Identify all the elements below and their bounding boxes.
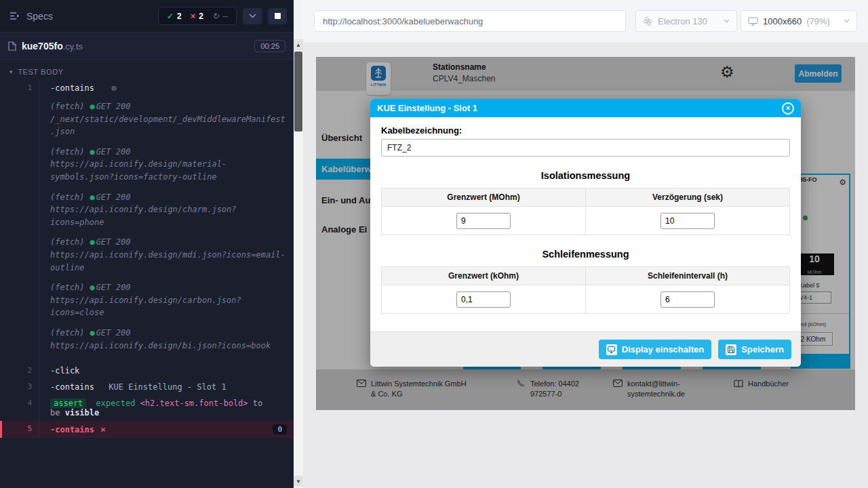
fetch-url: https://api.iconify.design/carbon.json?i… <box>50 294 287 319</box>
scrollbar-thumb[interactable] <box>294 52 302 131</box>
fetch-log: (fetch)●GET 200 https://api.iconify.desi… <box>50 146 287 184</box>
display-on-button[interactable]: Display einschalten <box>599 340 711 359</box>
stage-topbar: Electron 130 1000x660 (79%) <box>303 0 868 42</box>
modal-title: KUE Einstellung - Slot 1 <box>377 103 477 113</box>
modal-header: KUE Einstellung - Slot 1 × <box>370 99 801 117</box>
url-input[interactable] <box>314 10 626 32</box>
stop-button[interactable] <box>268 8 287 24</box>
isolation-section-title: Isolationsmessung <box>381 170 790 181</box>
assert-visible: visible <box>65 408 100 418</box>
failing-command-row[interactable]: 5 -contains × 0 <box>0 421 294 438</box>
cable-designation-input[interactable] <box>381 139 790 157</box>
close-icon[interactable]: × <box>782 102 794 115</box>
isolation-limit-input[interactable] <box>456 213 511 229</box>
cross-icon: × <box>191 11 196 21</box>
fail-cross-icon: × <box>100 424 106 434</box>
runner-header: Specs ✓ 2 × 2 ↻ -- <box>0 0 294 33</box>
stat-failed: × 2 <box>191 11 203 21</box>
modal-footer: Display einschalten Speichern <box>370 331 801 367</box>
chevron-down-icon <box>724 19 730 23</box>
loop-limit-input[interactable] <box>456 291 511 308</box>
modal-body: Kabelbezeichnung: Isolationsmessung Gren… <box>370 117 801 314</box>
assert-badge: assert <box>50 399 86 408</box>
loop-interval-input[interactable] <box>660 291 715 308</box>
fetch-url: https://api.iconify.design/material-symb… <box>50 158 287 183</box>
command-log: 1 -contains ⚙ (fetch)●GET 200 /_next/sta… <box>0 80 294 438</box>
command-number: 1 <box>2 80 39 363</box>
specs-menu[interactable]: Specs <box>9 11 53 22</box>
command-name: -contains <box>50 83 94 93</box>
spec-ext: .cy.ts <box>63 41 83 52</box>
browser-select[interactable]: Electron 130 <box>635 10 737 32</box>
chevron-down-icon <box>249 14 256 18</box>
command-number: 3 <box>2 379 39 395</box>
status-dot-icon: ● <box>90 283 95 292</box>
command-number: 2 <box>2 363 39 379</box>
status-dot-icon: ● <box>90 328 95 338</box>
loop-section-title: Schleifenmessung <box>381 249 790 260</box>
fetch-log: (fetch)●GET 200 /_next/static/developmen… <box>50 100 287 138</box>
isolation-delay-input[interactable] <box>660 213 715 229</box>
specs-label: Specs <box>26 11 53 22</box>
kue-settings-modal: KUE Einstellung - Slot 1 × Kabelbezeichn… <box>370 99 801 367</box>
fetch-url: https://api.iconify.design/bi.json?icons… <box>50 340 287 352</box>
command-name: -contains <box>50 382 94 392</box>
status-dot-icon: ● <box>90 192 95 202</box>
fetch-url: https://api.iconify.design/mdi.json?icon… <box>50 249 287 274</box>
cypress-runner: Specs ✓ 2 × 2 ↻ -- <box>0 0 294 488</box>
runner-scrollbar[interactable]: ▲ ▼ <box>294 0 303 488</box>
spec-name: kue705fo <box>22 41 63 52</box>
check-icon: ✓ <box>167 12 174 21</box>
scroll-down-icon[interactable]: ▼ <box>294 476 303 487</box>
test-body-section[interactable]: ▾ TEST BODY <box>0 60 294 80</box>
command-row[interactable]: 2 -click <box>0 363 294 379</box>
refresh-icon: ↻ <box>212 12 219 21</box>
spec-row[interactable]: kue705fo.cy.ts 00:25 <box>0 33 294 60</box>
test-body-label: TEST BODY <box>18 68 64 76</box>
save-floppy-icon <box>726 344 736 355</box>
viewport-select[interactable]: 1000x660 (79%) <box>741 10 857 32</box>
fetch-url: /_next/static/development/_devMiddleware… <box>50 113 287 138</box>
status-dot-icon: ● <box>90 237 95 247</box>
command-number: 5 <box>2 421 39 438</box>
col-header: Schleifenintervall (h) <box>586 267 790 285</box>
spec-file-icon <box>8 41 16 51</box>
app-viewport: Stationsname CPLV4_Maschen ⚙ Abmelden LI… <box>316 57 855 410</box>
col-header: Grenzwert (kOhm) <box>382 267 586 285</box>
stage-body: Stationsname CPLV4_Maschen ⚙ Abmelden LI… <box>303 42 868 488</box>
scroll-up-icon[interactable]: ▲ <box>294 39 303 50</box>
col-header: Grenzwert (MOhm) <box>382 188 586 207</box>
assert-row[interactable]: 4 assert expected <h2.text-sm.font-bold>… <box>0 395 294 421</box>
command-row[interactable]: 1 -contains ⚙ (fetch)●GET 200 /_next/sta… <box>0 80 294 363</box>
fetch-log: (fetch)●GET 200 https://api.iconify.desi… <box>50 236 287 274</box>
stat-pending: ↻ -- <box>212 12 228 21</box>
fetch-log: (fetch)●GET 200 https://api.iconify.desi… <box>50 327 287 352</box>
fetch-log: (fetch)●GET 200 https://api.iconify.desi… <box>50 281 287 319</box>
assert-expected: expected <box>96 399 136 408</box>
browser-label: Electron 130 <box>658 16 707 26</box>
command-number: 4 <box>2 395 39 421</box>
col-header: Verzögerung (sek) <box>586 188 790 207</box>
assert-selector: <h2.text-sm.font-bold> <box>140 399 248 408</box>
command-name: -click <box>50 366 79 375</box>
status-dot-icon: ● <box>90 147 95 157</box>
retry-count-badge: 0 <box>273 424 287 434</box>
command-row[interactable]: 3 -contains KUE Einstellung - Slot 1 <box>0 379 294 395</box>
loop-table: Grenzwert (kOhm) Schleifenintervall (h) <box>381 266 790 314</box>
chevron-down-icon <box>844 19 850 23</box>
save-button[interactable]: Speichern <box>718 340 791 359</box>
fetch-url: https://api.iconify.design/charm.json?ic… <box>50 203 287 228</box>
isolation-table: Grenzwert (MOhm) Verzögerung (sek) <box>381 188 790 235</box>
gear-icon: ⚙ <box>111 83 116 93</box>
specs-list-icon <box>9 12 20 20</box>
caret-down-icon: ▾ <box>9 68 13 75</box>
cable-designation-label: Kabelbezeichnung: <box>381 125 790 136</box>
command-name: -contains <box>50 425 94 434</box>
display-icon <box>606 344 617 355</box>
test-stats: ✓ 2 × 2 ↻ -- <box>158 7 237 25</box>
collapse-button[interactable] <box>243 8 262 24</box>
stop-icon <box>275 13 281 19</box>
electron-icon <box>643 16 653 26</box>
monitor-icon <box>748 17 758 26</box>
fetch-log: (fetch)●GET 200 https://api.iconify.desi… <box>50 191 287 229</box>
